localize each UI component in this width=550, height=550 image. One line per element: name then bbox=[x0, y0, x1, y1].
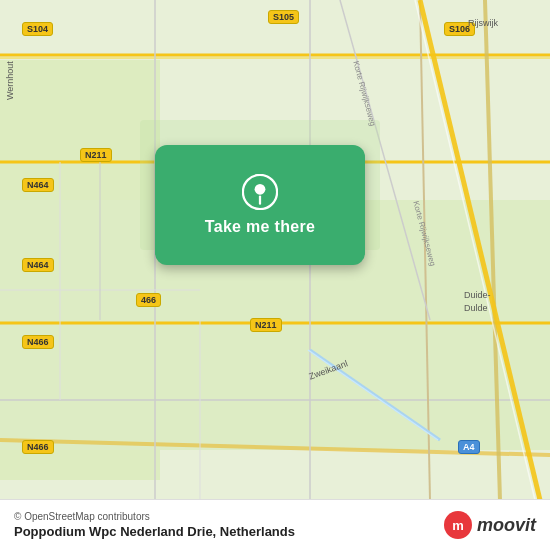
moovit-logo-icon: m bbox=[443, 510, 473, 540]
osm-credit: © OpenStreetMap contributors bbox=[14, 511, 295, 522]
label-wernhout: Wernhout bbox=[5, 61, 15, 100]
bottom-left: © OpenStreetMap contributors Poppodium W… bbox=[14, 511, 295, 539]
label-dulde: Dulde bbox=[464, 303, 488, 313]
map-svg bbox=[0, 0, 550, 550]
badge-s104: S104 bbox=[22, 22, 53, 36]
badge-s105-top: S105 bbox=[268, 10, 299, 24]
label-duide: Duide- bbox=[464, 290, 491, 300]
moovit-logo-text: moovit bbox=[477, 515, 536, 536]
badge-a4: A4 bbox=[458, 440, 480, 454]
map-container: S104 S105 S106 N211 N464 N464 N466 N466 … bbox=[0, 0, 550, 550]
badge-n466-mid: N466 bbox=[22, 335, 54, 349]
bottom-bar: © OpenStreetMap contributors Poppodium W… bbox=[0, 499, 550, 550]
svg-point-26 bbox=[255, 184, 266, 195]
badge-n211-left: N211 bbox=[80, 148, 112, 162]
moovit-logo: m moovit bbox=[443, 510, 536, 540]
pin-icon bbox=[242, 174, 278, 210]
take-me-there-button[interactable]: Take me there bbox=[155, 145, 365, 265]
location-name: Poppodium Wpc Nederland Drie, Netherland… bbox=[14, 524, 295, 539]
badge-466: 466 bbox=[136, 293, 161, 307]
button-label: Take me there bbox=[205, 218, 315, 236]
svg-text:m: m bbox=[452, 518, 464, 533]
badge-n211-bot: N211 bbox=[250, 318, 282, 332]
label-rijswijk: Rijswijk bbox=[468, 18, 498, 28]
badge-n464-bot: N464 bbox=[22, 258, 54, 272]
badge-n464-top: N464 bbox=[22, 178, 54, 192]
badge-n466-btm: N466 bbox=[22, 440, 54, 454]
